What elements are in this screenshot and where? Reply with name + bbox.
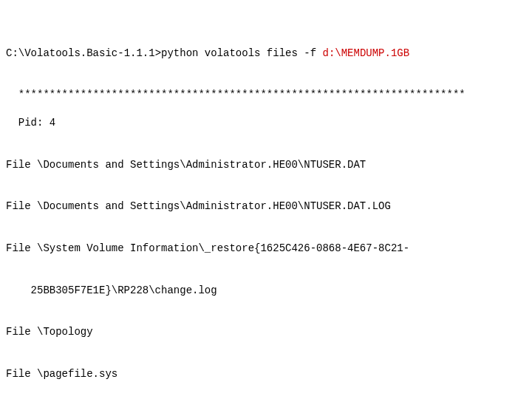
file-path: \Documents and Settings\Administrator.HE… [37,159,366,171]
file-label: File [6,158,37,172]
file-path: \System Volume Information\_restore{1625… [37,242,409,254]
prompt-path: C:\Volatools.Basic-1.1.1> [6,47,161,59]
file-path: \Topology [37,326,93,338]
file-label: File [6,200,37,214]
command-text: python volatools files -f [161,47,322,59]
file-row: File\System Volume Information\_restore{… [6,242,526,256]
separator-line: ****************************************… [18,89,466,100]
command-prompt-line: C:\Volatools.Basic-1.1.1>python volatool… [6,47,526,61]
pid-line: Pid: 4 [18,117,55,129]
file-label: File [6,242,37,256]
file-row: File\Topology [6,325,526,339]
file-row: File\Documents and Settings\Administrato… [6,158,526,172]
terminal-output: C:\Volatools.Basic-1.1.1>python volatool… [0,0,532,399]
file-row: File\pagefile.sys [6,367,526,381]
file-path: \pagefile.sys [37,368,117,380]
command-arg-highlight: d:\MEMDUMP.1GB [322,47,409,59]
file-label: File [6,325,37,339]
file-row: File\Documents and Settings\Administrato… [6,200,526,214]
file-path-continuation: 25BB305F7E1E}\RP228\change.log [6,284,526,298]
file-path: \Documents and Settings\Administrator.HE… [37,200,391,212]
file-label: File [6,367,37,381]
